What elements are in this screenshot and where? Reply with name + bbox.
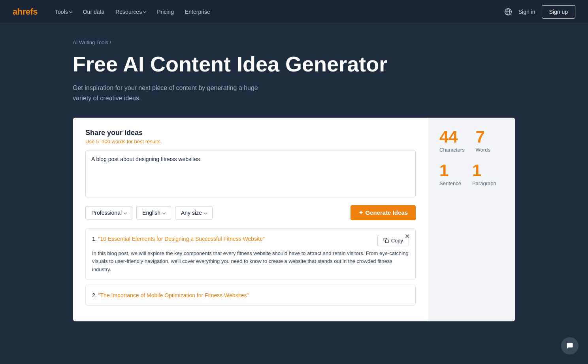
- chat-icon: [566, 342, 574, 350]
- tool-right-panel: 44 Characters 7 Words 1 Sentence 1 Parag…: [428, 118, 515, 321]
- chevron-down-icon: [143, 9, 146, 13]
- navbar: ahrefs Tools Our data Resources Pricing …: [0, 0, 588, 24]
- chevron-down-icon: [204, 211, 207, 214]
- words-value: 7: [476, 129, 490, 145]
- copy-label: Copy: [391, 238, 403, 244]
- characters-value: 44: [439, 129, 465, 145]
- language-label: English: [142, 210, 160, 216]
- nav-links: Tools Our data Resources Pricing Enterpr…: [50, 6, 504, 18]
- globe-icon[interactable]: [504, 8, 512, 16]
- chat-bubble[interactable]: [561, 337, 579, 355]
- logo-text: hrefs: [17, 7, 38, 17]
- nav-resources[interactable]: Resources: [111, 6, 151, 18]
- results-area: ✕ 1. "10 Essential Elements for Designin…: [85, 228, 416, 306]
- hero-subtitle: Get inspiration for your next piece of c…: [73, 83, 270, 103]
- nav-right: Sign in Sign up: [504, 5, 575, 19]
- tone-dropdown[interactable]: Professional: [85, 206, 132, 220]
- result-title: 2. "The Importance of Mobile Optimizatio…: [92, 291, 409, 300]
- idea-textarea[interactable]: A blog post about designing fitness webs…: [85, 150, 416, 197]
- result-title-link[interactable]: "10 Essential Elements for Designing a S…: [98, 236, 265, 242]
- stat-group-bottom: 1 Sentence 1 Paragraph: [439, 162, 504, 186]
- tone-label: Professional: [91, 210, 122, 216]
- logo[interactable]: ahrefs: [13, 7, 38, 17]
- sentences-value: 1: [439, 162, 461, 179]
- words-label: Words: [476, 147, 490, 153]
- language-dropdown[interactable]: English: [136, 206, 171, 220]
- chevron-down-icon: [162, 211, 166, 214]
- nav-tools[interactable]: Tools: [50, 6, 77, 18]
- sign-in-link[interactable]: Sign in: [518, 9, 535, 15]
- main-content: AI Writing Tools / Free AI Content Idea …: [57, 24, 531, 321]
- sentences-label: Sentence: [439, 180, 461, 186]
- nav-pricing[interactable]: Pricing: [152, 6, 179, 18]
- result-title: 1. "10 Essential Elements for Designing …: [92, 235, 373, 243]
- page-title: Free AI Content Idea Generator: [73, 53, 515, 76]
- svg-rect-3: [385, 240, 388, 243]
- controls-row: Professional English Any size ✦ Generate…: [85, 205, 416, 220]
- sentences-stat: 1 Sentence: [439, 162, 461, 186]
- nav-our-data[interactable]: Our data: [78, 6, 109, 18]
- nav-enterprise[interactable]: Enterprise: [180, 6, 215, 18]
- size-dropdown[interactable]: Any size: [175, 206, 213, 220]
- size-label: Any size: [181, 210, 202, 216]
- breadcrumb: AI Writing Tools /: [73, 39, 515, 45]
- result-item: ✕ 1. "10 Essential Elements for Designin…: [85, 228, 416, 280]
- paragraphs-value: 1: [472, 162, 496, 179]
- paragraphs-stat: 1 Paragraph: [472, 162, 496, 186]
- result-number: 1.: [92, 236, 98, 242]
- tool-container: Share your ideas Use 5–100 words for bes…: [73, 118, 515, 321]
- characters-stat: 44 Characters: [439, 129, 465, 153]
- copy-icon: [383, 238, 389, 243]
- words-stat: 7 Words: [476, 129, 490, 153]
- breadcrumb-link[interactable]: AI Writing Tools /: [73, 39, 111, 45]
- sign-up-button[interactable]: Sign up: [542, 5, 575, 19]
- result-description: In this blog post, we will explore the k…: [92, 250, 409, 274]
- paragraphs-label: Paragraph: [472, 180, 496, 186]
- result-header: 2. "The Importance of Mobile Optimizatio…: [92, 291, 409, 300]
- result-header: 1. "10 Essential Elements for Designing …: [92, 235, 409, 246]
- chevron-down-icon: [69, 9, 72, 13]
- close-button[interactable]: ✕: [403, 233, 411, 240]
- stat-group-top: 44 Characters 7 Words: [439, 129, 504, 153]
- generate-button[interactable]: ✦ Generate Ideas: [351, 205, 416, 220]
- chevron-down-icon: [124, 211, 127, 214]
- share-title: Share your ideas: [85, 129, 416, 137]
- result-item: 2. "The Importance of Mobile Optimizatio…: [85, 285, 416, 306]
- share-hint: Use 5–100 words for best results.: [85, 139, 416, 144]
- characters-label: Characters: [439, 147, 465, 153]
- result-title-link[interactable]: "The Importance of Mobile Optimization f…: [98, 292, 249, 298]
- logo-highlight: a: [13, 7, 17, 17]
- tool-left-panel: Share your ideas Use 5–100 words for bes…: [73, 118, 428, 321]
- result-number: 2.: [92, 292, 98, 298]
